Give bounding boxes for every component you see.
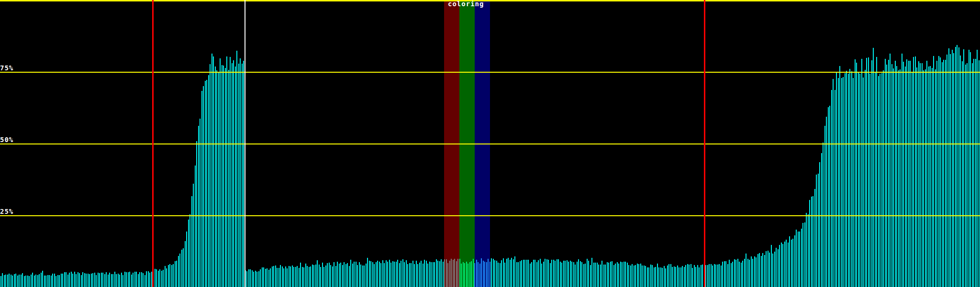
red-marker-left (152, 0, 154, 287)
markers-layer (0, 0, 980, 287)
y-tick-75-label: 75% (0, 65, 13, 72)
histogram-chart: 75% 50% 25% coloring (0, 0, 980, 287)
red-marker-right (704, 0, 705, 287)
white-marker (245, 0, 245, 287)
y-tick-25-label: 25% (0, 208, 13, 215)
coloring-label: coloring (448, 0, 484, 8)
y-tick-50-label: 50% (0, 136, 13, 144)
